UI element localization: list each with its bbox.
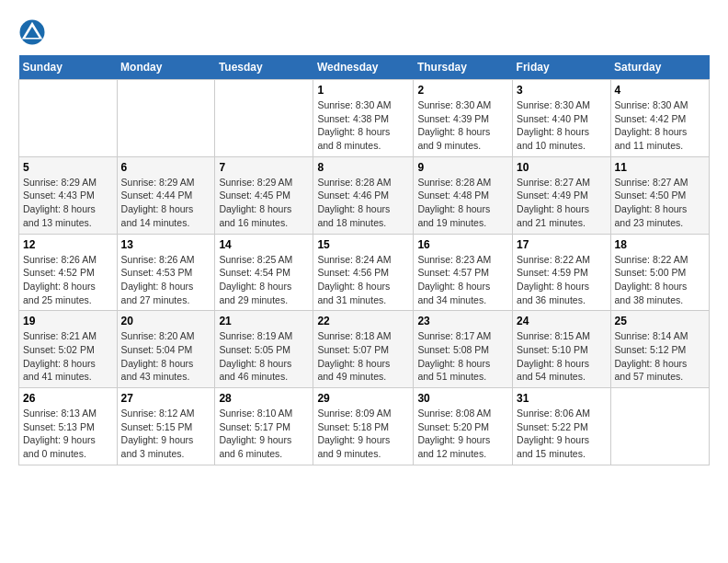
calendar-cell: 9Sunrise: 8:28 AMSunset: 4:48 PMDaylight…	[414, 156, 513, 234]
calendar-cell: 18Sunrise: 8:22 AMSunset: 5:00 PMDayligh…	[610, 234, 709, 311]
calendar-cell: 6Sunrise: 8:29 AMSunset: 4:44 PMDaylight…	[117, 156, 215, 234]
calendar-cell: 30Sunrise: 8:08 AMSunset: 5:20 PMDayligh…	[414, 388, 513, 465]
day-number: 9	[417, 161, 508, 174]
day-info: Sunrise: 8:13 AMSunset: 5:13 PMDaylight:…	[23, 407, 113, 461]
calendar-cell: 13Sunrise: 8:26 AMSunset: 4:53 PMDayligh…	[117, 234, 215, 311]
calendar-cell: 17Sunrise: 8:22 AMSunset: 4:59 PMDayligh…	[513, 234, 610, 311]
day-number: 30	[417, 392, 508, 405]
day-info: Sunrise: 8:18 AMSunset: 5:07 PMDaylight:…	[317, 329, 409, 384]
day-info: Sunrise: 8:28 AMSunset: 4:48 PMDaylight:…	[417, 176, 508, 230]
column-header-saturday: Saturday	[610, 55, 709, 80]
day-info: Sunrise: 8:20 AMSunset: 5:04 PMDaylight:…	[121, 329, 211, 384]
day-number: 12	[23, 238, 113, 251]
page-header	[18, 18, 710, 46]
day-info: Sunrise: 8:22 AMSunset: 5:00 PMDaylight:…	[615, 253, 705, 307]
calendar-cell: 25Sunrise: 8:14 AMSunset: 5:12 PMDayligh…	[610, 311, 709, 388]
day-number: 28	[219, 392, 309, 405]
day-info: Sunrise: 8:27 AMSunset: 4:50 PMDaylight:…	[615, 176, 705, 230]
day-number: 8	[317, 161, 409, 174]
day-info: Sunrise: 8:08 AMSunset: 5:20 PMDaylight:…	[417, 407, 508, 461]
day-info: Sunrise: 8:30 AMSunset: 4:42 PMDaylight:…	[615, 98, 705, 153]
day-number: 23	[417, 315, 508, 327]
logo	[18, 18, 50, 46]
calendar-cell: 27Sunrise: 8:12 AMSunset: 5:15 PMDayligh…	[117, 388, 215, 465]
calendar-cell: 10Sunrise: 8:27 AMSunset: 4:49 PMDayligh…	[513, 156, 610, 234]
day-info: Sunrise: 8:12 AMSunset: 5:15 PMDaylight:…	[121, 407, 211, 461]
day-info: Sunrise: 8:26 AMSunset: 4:53 PMDaylight:…	[121, 253, 211, 307]
column-header-thursday: Thursday	[414, 55, 513, 80]
calendar-cell	[19, 80, 118, 157]
day-info: Sunrise: 8:22 AMSunset: 4:59 PMDaylight:…	[517, 253, 606, 307]
day-number: 26	[23, 392, 113, 405]
day-info: Sunrise: 8:06 AMSunset: 5:22 PMDaylight:…	[517, 407, 606, 461]
day-number: 29	[317, 392, 409, 405]
calendar-cell: 4Sunrise: 8:30 AMSunset: 4:42 PMDaylight…	[610, 80, 709, 157]
day-info: Sunrise: 8:14 AMSunset: 5:12 PMDaylight:…	[615, 329, 705, 384]
calendar-cell: 22Sunrise: 8:18 AMSunset: 5:07 PMDayligh…	[313, 311, 414, 388]
day-number: 5	[23, 161, 113, 174]
day-info: Sunrise: 8:29 AMSunset: 4:43 PMDaylight:…	[23, 176, 113, 230]
calendar-cell: 11Sunrise: 8:27 AMSunset: 4:50 PMDayligh…	[610, 156, 709, 234]
day-info: Sunrise: 8:17 AMSunset: 5:08 PMDaylight:…	[417, 329, 508, 384]
day-info: Sunrise: 8:27 AMSunset: 4:49 PMDaylight:…	[517, 176, 606, 230]
day-info: Sunrise: 8:29 AMSunset: 4:45 PMDaylight:…	[219, 176, 309, 230]
calendar-cell: 28Sunrise: 8:10 AMSunset: 5:17 PMDayligh…	[215, 388, 313, 465]
day-info: Sunrise: 8:19 AMSunset: 5:05 PMDaylight:…	[219, 329, 309, 384]
calendar-cell: 19Sunrise: 8:21 AMSunset: 5:02 PMDayligh…	[19, 311, 118, 388]
day-info: Sunrise: 8:29 AMSunset: 4:44 PMDaylight:…	[121, 176, 211, 230]
day-number: 31	[517, 392, 606, 405]
calendar-week-2: 5Sunrise: 8:29 AMSunset: 4:43 PMDaylight…	[19, 156, 710, 234]
day-info: Sunrise: 8:24 AMSunset: 4:56 PMDaylight:…	[317, 253, 409, 307]
day-number: 10	[517, 161, 606, 174]
day-info: Sunrise: 8:15 AMSunset: 5:10 PMDaylight:…	[517, 329, 606, 384]
day-number: 6	[121, 161, 211, 174]
column-header-wednesday: Wednesday	[313, 55, 414, 80]
day-number: 18	[615, 238, 705, 251]
calendar-cell: 5Sunrise: 8:29 AMSunset: 4:43 PMDaylight…	[19, 156, 118, 234]
calendar-cell: 8Sunrise: 8:28 AMSunset: 4:46 PMDaylight…	[313, 156, 414, 234]
calendar-cell: 24Sunrise: 8:15 AMSunset: 5:10 PMDayligh…	[513, 311, 610, 388]
day-info: Sunrise: 8:23 AMSunset: 4:57 PMDaylight:…	[417, 253, 508, 307]
calendar-cell: 7Sunrise: 8:29 AMSunset: 4:45 PMDaylight…	[215, 156, 313, 234]
column-header-sunday: Sunday	[19, 55, 118, 80]
calendar-cell: 31Sunrise: 8:06 AMSunset: 5:22 PMDayligh…	[513, 388, 610, 465]
day-number: 2	[417, 84, 508, 97]
column-header-friday: Friday	[513, 55, 610, 80]
day-number: 11	[615, 161, 705, 174]
calendar-cell: 29Sunrise: 8:09 AMSunset: 5:18 PMDayligh…	[313, 388, 414, 465]
calendar-week-4: 19Sunrise: 8:21 AMSunset: 5:02 PMDayligh…	[19, 311, 710, 388]
column-header-tuesday: Tuesday	[215, 55, 313, 80]
day-number: 24	[517, 315, 606, 327]
calendar-table: SundayMondayTuesdayWednesdayThursdayFrid…	[18, 55, 710, 465]
column-header-monday: Monday	[117, 55, 215, 80]
calendar-header-row: SundayMondayTuesdayWednesdayThursdayFrid…	[19, 55, 710, 80]
calendar-cell	[215, 80, 313, 157]
calendar-cell	[610, 388, 709, 465]
calendar-cell: 15Sunrise: 8:24 AMSunset: 4:56 PMDayligh…	[313, 234, 414, 311]
calendar-week-3: 12Sunrise: 8:26 AMSunset: 4:52 PMDayligh…	[19, 234, 710, 311]
calendar-cell: 3Sunrise: 8:30 AMSunset: 4:40 PMDaylight…	[513, 80, 610, 157]
day-info: Sunrise: 8:21 AMSunset: 5:02 PMDaylight:…	[23, 329, 113, 384]
day-number: 25	[615, 315, 705, 327]
day-number: 4	[615, 84, 705, 97]
day-number: 19	[23, 315, 113, 327]
day-info: Sunrise: 8:28 AMSunset: 4:46 PMDaylight:…	[317, 176, 409, 230]
day-info: Sunrise: 8:30 AMSunset: 4:39 PMDaylight:…	[417, 98, 508, 153]
day-number: 16	[417, 238, 508, 251]
calendar-week-5: 26Sunrise: 8:13 AMSunset: 5:13 PMDayligh…	[19, 388, 710, 465]
day-info: Sunrise: 8:30 AMSunset: 4:40 PMDaylight:…	[517, 98, 606, 153]
day-info: Sunrise: 8:26 AMSunset: 4:52 PMDaylight:…	[23, 253, 113, 307]
calendar-cell: 12Sunrise: 8:26 AMSunset: 4:52 PMDayligh…	[19, 234, 118, 311]
day-info: Sunrise: 8:25 AMSunset: 4:54 PMDaylight:…	[219, 253, 309, 307]
day-number: 15	[317, 238, 409, 251]
day-number: 14	[219, 238, 309, 251]
calendar-cell	[117, 80, 215, 157]
calendar-cell: 20Sunrise: 8:20 AMSunset: 5:04 PMDayligh…	[117, 311, 215, 388]
day-number: 22	[317, 315, 409, 327]
calendar-cell: 2Sunrise: 8:30 AMSunset: 4:39 PMDaylight…	[414, 80, 513, 157]
calendar-cell: 26Sunrise: 8:13 AMSunset: 5:13 PMDayligh…	[19, 388, 118, 465]
day-number: 7	[219, 161, 309, 174]
day-info: Sunrise: 8:09 AMSunset: 5:18 PMDaylight:…	[317, 407, 409, 461]
day-number: 21	[219, 315, 309, 327]
day-number: 27	[121, 392, 211, 405]
